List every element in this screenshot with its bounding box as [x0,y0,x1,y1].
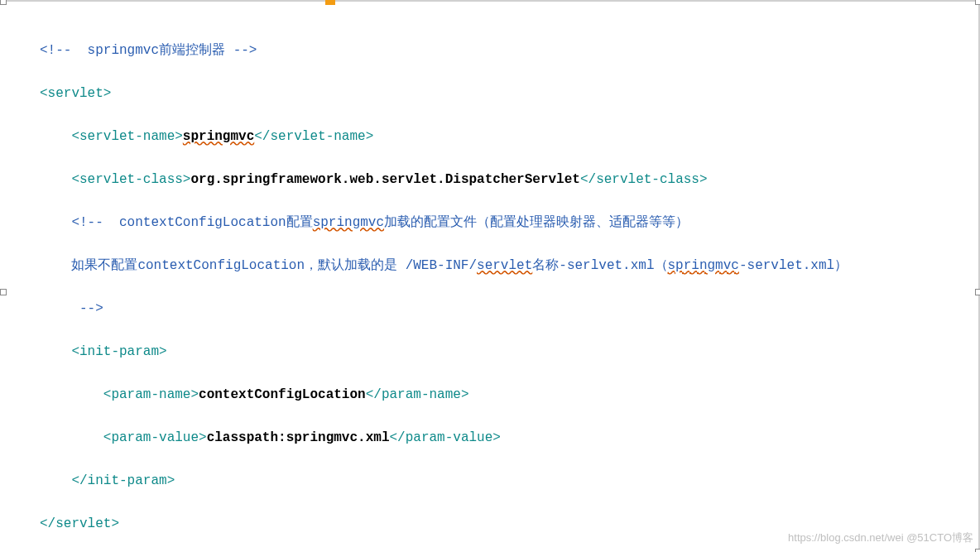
code-line[interactable]: <init-param> [40,341,978,362]
code-line[interactable]: <param-name>contextConfigLocation</param… [40,384,978,406]
xml-tag: <init-param> [71,344,166,359]
cursor-indicator [325,0,335,5]
xml-text: classpath:springmvc.xml [207,430,390,445]
selection-handle[interactable] [975,549,980,552]
xml-comment: 名称-serlvet.xml（ [532,258,667,273]
selection-handle[interactable] [0,289,7,295]
xml-tag: </servlet-class> [580,172,708,187]
xml-tag: </servlet> [40,516,119,531]
xml-tag: </servlet-name> [254,129,373,144]
code-line[interactable]: <!-- contextConfigLocation配置springmvc加载的… [40,212,978,233]
xml-comment: 如果不配置contextConfigLocation，默认加载的是 /WEB-I… [71,258,477,273]
xml-comment: 加载的配置文件（配置处理器映射器、适配器等等） [384,215,689,230]
xml-tag: <servlet-class> [71,172,190,187]
xml-tag: <param-name> [103,387,199,402]
xml-tag: </init-param> [71,473,175,488]
code-line[interactable]: <servlet-class>org.springframework.web.s… [40,169,978,190]
watermark-text: https://blog.csdn.net/wei @51CTO博客 [788,527,973,549]
xml-comment: springmvc [313,215,384,230]
xml-comment: springmvc [668,258,739,273]
code-line[interactable]: </init-param> [40,470,978,492]
code-editor[interactable]: <!-- springmvc前端控制器 --> <servlet> <servl… [0,0,980,552]
code-area[interactable]: <!-- springmvc前端控制器 --> <servlet> <servl… [0,2,978,552]
code-line[interactable]: <servlet> [40,83,978,104]
xml-tag: <param-value> [103,430,207,445]
xml-comment: -servlet.xml） [739,258,848,273]
selection-handle[interactable] [0,0,7,5]
code-line[interactable]: --> [40,298,978,319]
xml-tag: </param-name> [366,387,469,402]
xml-tag: <servlet-name> [71,129,182,144]
xml-text: org.springframework.web.servlet.Dispatch… [190,172,579,187]
code-line[interactable]: <!-- springmvc前端控制器 --> [40,40,978,61]
xml-text: contextConfigLocation [199,387,366,402]
xml-comment: <!-- contextConfigLocation配置 [71,215,312,230]
xml-tag: <servlet> [40,86,111,101]
xml-text: springmvc [183,129,254,144]
code-line[interactable]: <param-value>classpath:springmvc.xml</pa… [40,427,978,449]
selection-handle[interactable] [975,0,980,5]
xml-comment: --> [71,301,103,316]
code-line[interactable]: 如果不配置contextConfigLocation，默认加载的是 /WEB-I… [40,255,978,276]
xml-comment: <!-- springmvc前端控制器 --> [40,43,257,58]
code-line[interactable]: <servlet-name>springmvc</servlet-name> [40,126,978,147]
xml-comment: servlet [477,258,532,273]
selection-handle[interactable] [975,289,980,295]
xml-tag: </param-value> [389,430,500,445]
